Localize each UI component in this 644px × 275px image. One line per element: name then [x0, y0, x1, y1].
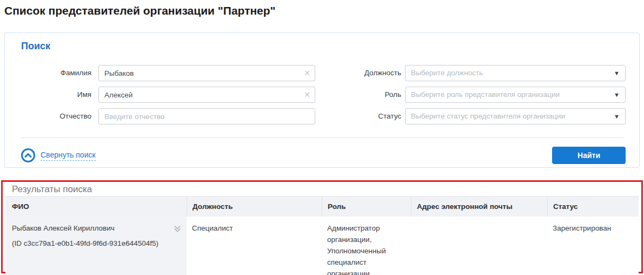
search-panel: Поиск Фамилия ✕ Должность Выберите должн… — [4, 32, 640, 168]
expand-double-chevron-down-icon[interactable] — [173, 225, 182, 233]
collapse-search-link[interactable]: Свернуть поиск — [21, 148, 96, 163]
position-select-placeholder: Выберите должность — [411, 66, 483, 81]
chevron-down-icon[interactable]: ▼ — [614, 109, 620, 124]
column-header-role: Роль — [322, 197, 411, 217]
page-title: Список представителей организации "Партн… — [4, 4, 276, 17]
results-title: Результаты поиска — [12, 184, 92, 195]
role-field-wrap: Выберите роль представителя организации … — [405, 87, 626, 103]
column-header-status: Статус — [547, 197, 639, 217]
patronymic-input[interactable] — [98, 108, 315, 125]
firstname-input[interactable] — [98, 87, 315, 103]
surname-label: Фамилия — [5, 65, 91, 81]
patronymic-field-wrap — [98, 108, 315, 125]
cell-role: Администратор организации, Уполномоченны… — [322, 217, 411, 275]
patronymic-label: Отчество — [5, 108, 91, 125]
cell-status: Зарегистрирован — [547, 217, 639, 275]
firstname-field-wrap: ✕ — [98, 87, 315, 103]
status-label: Статус — [308, 108, 401, 125]
cell-position: Специалист — [187, 217, 322, 275]
status-select[interactable]: Выберите статус представителя организаци… — [405, 108, 626, 125]
representative-name: Рыбаков Алексей Кириллович — [12, 223, 168, 234]
chevron-down-icon[interactable]: ▼ — [614, 66, 620, 81]
surname-input[interactable] — [98, 65, 315, 81]
table-row: Рыбаков Алексей Кириллович (ID c3cc79a1-… — [5, 217, 639, 275]
search-results-section: Результаты поиска ФИО Должность Роль Адр… — [1, 180, 643, 273]
table-header-row: ФИО Должность Роль Адрес электронной поч… — [5, 196, 639, 217]
column-header-fio: ФИО — [5, 197, 187, 217]
position-select[interactable]: Выберите должность ▼ — [405, 65, 626, 81]
collapse-search-label[interactable]: Свернуть поиск — [41, 150, 96, 161]
position-label: Должность — [308, 65, 401, 81]
search-footer-divider — [21, 138, 625, 138]
status-select-placeholder: Выберите статус представителя организаци… — [411, 109, 565, 124]
status-field-wrap: Выберите статус представителя организаци… — [405, 108, 626, 125]
role-select[interactable]: Выберите роль представителя организации … — [405, 87, 626, 103]
position-field-wrap: Выберите должность ▼ — [405, 65, 626, 81]
firstname-label: Имя — [5, 87, 91, 103]
role-select-placeholder: Выберите роль представителя организации — [411, 87, 560, 102]
representative-id: (ID c3cc79a1-e0b1-49fd-9f6d-931e644504f5… — [12, 238, 168, 250]
results-table: ФИО Должность Роль Адрес электронной поч… — [5, 196, 639, 275]
collapse-circle-chevron-up-icon[interactable] — [21, 148, 35, 162]
search-panel-title: Поиск — [21, 41, 50, 52]
chevron-down-icon[interactable]: ▼ — [614, 87, 620, 102]
cell-fio: Рыбаков Алексей Кириллович (ID c3cc79a1-… — [5, 217, 187, 275]
role-label: Роль — [308, 87, 401, 103]
column-header-email: Адрес электронной почты — [411, 197, 547, 217]
column-header-position: Должность — [187, 197, 322, 217]
find-button[interactable]: Найти — [552, 147, 626, 164]
cell-email — [411, 217, 547, 275]
surname-field-wrap: ✕ — [98, 65, 315, 81]
